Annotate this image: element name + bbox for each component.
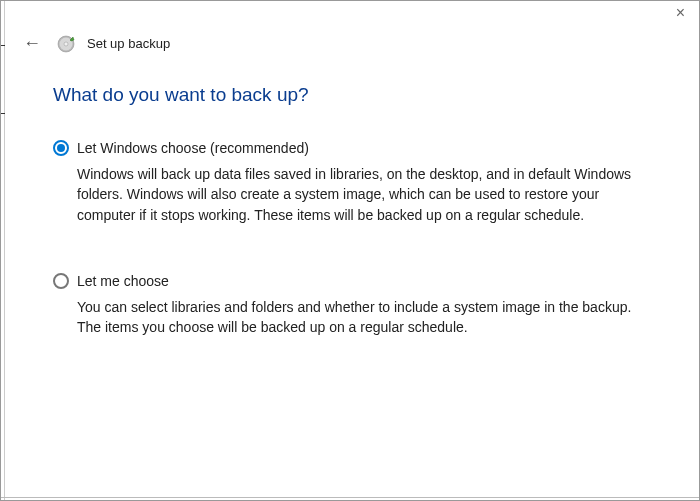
close-icon[interactable]: × xyxy=(676,5,685,21)
option-label: Let Windows choose (recommended) xyxy=(77,140,309,156)
radio-icon xyxy=(53,273,69,289)
page-title: Set up backup xyxy=(87,36,170,51)
radio-icon xyxy=(53,140,69,156)
option-letmechoose: Let me choose You can select libraries a… xyxy=(53,273,647,338)
backup-icon xyxy=(57,35,75,53)
option-recommended: Let Windows choose (recommended) Windows… xyxy=(53,140,647,225)
wizard-header: ← Set up backup xyxy=(1,1,699,56)
option-label: Let me choose xyxy=(77,273,169,289)
main-heading: What do you want to back up? xyxy=(53,84,647,106)
left-gutter xyxy=(1,1,5,500)
radio-option-recommended[interactable]: Let Windows choose (recommended) xyxy=(53,140,647,156)
svg-point-2 xyxy=(64,42,68,46)
option-description: Windows will back up data files saved in… xyxy=(53,164,647,225)
gutter-tick xyxy=(1,113,5,114)
back-arrow-icon[interactable]: ← xyxy=(19,31,45,56)
gutter-tick xyxy=(1,45,5,46)
content-area: What do you want to back up? Let Windows… xyxy=(1,56,699,337)
radio-option-letmechoose[interactable]: Let me choose xyxy=(53,273,647,289)
option-description: You can select libraries and folders and… xyxy=(53,297,647,338)
bottom-border xyxy=(1,497,699,500)
